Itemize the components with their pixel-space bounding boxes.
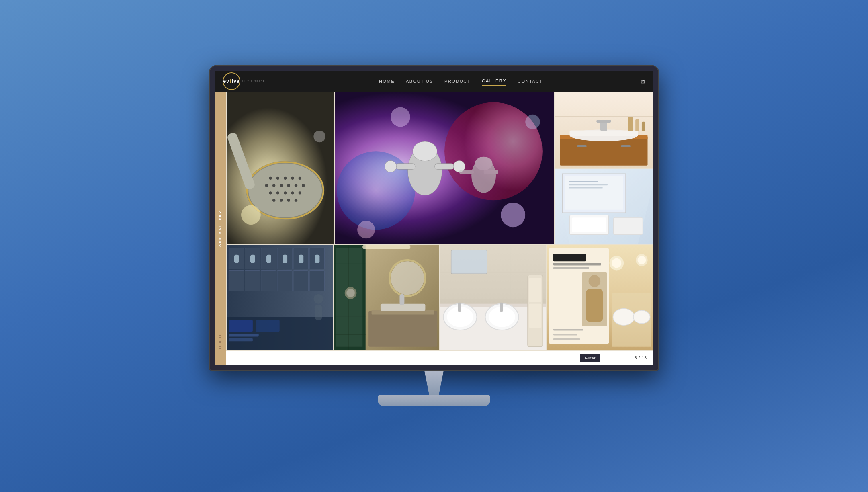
svg-rect-114 xyxy=(511,245,546,272)
svg-point-145 xyxy=(637,256,646,264)
svg-rect-78 xyxy=(293,270,308,291)
svg-point-91 xyxy=(313,294,323,304)
svg-rect-81 xyxy=(250,255,255,263)
main-content: OUR GALLERY xyxy=(215,92,653,365)
nav-product[interactable]: PRODUCT xyxy=(444,77,471,85)
svg-point-2 xyxy=(248,164,322,217)
svg-rect-63 xyxy=(569,187,603,188)
svg-rect-138 xyxy=(553,329,583,330)
svg-rect-47 xyxy=(577,145,587,147)
nav-dots xyxy=(219,330,221,349)
showroom-svg xyxy=(555,169,653,244)
svg-point-25 xyxy=(241,205,261,225)
svg-point-8 xyxy=(299,177,301,180)
bathroom-svg xyxy=(334,245,440,350)
svg-point-18 xyxy=(291,191,294,194)
gallery-item-faucetwall[interactable] xyxy=(227,245,333,350)
shower-svg xyxy=(227,92,334,244)
search-icon[interactable]: ⊠ xyxy=(641,78,645,84)
vanity-svg xyxy=(555,92,653,168)
monitor: ev lve ELIXIR SPACE HOME ABOUT US PRODUC… xyxy=(209,65,659,427)
svg-point-9 xyxy=(265,184,268,187)
gallery-grid xyxy=(226,92,653,351)
svg-rect-90 xyxy=(229,338,252,341)
svg-rect-133 xyxy=(553,263,601,265)
svg-rect-132 xyxy=(553,254,586,261)
inspira-svg xyxy=(547,245,653,350)
svg-point-103 xyxy=(391,261,424,295)
filter-button[interactable]: Filter xyxy=(580,354,600,362)
svg-rect-62 xyxy=(569,184,608,185)
svg-rect-56 xyxy=(555,116,653,117)
svg-point-4 xyxy=(269,177,272,180)
svg-rect-52 xyxy=(596,120,611,123)
faucet-svg xyxy=(335,92,554,244)
logo-subtitle: ELIXIR SPACE xyxy=(242,80,265,82)
svg-rect-116 xyxy=(475,272,511,299)
gallery-item-sinks[interactable] xyxy=(440,245,546,350)
svg-rect-137 xyxy=(586,289,603,322)
svg-rect-140 xyxy=(553,338,580,340)
svg-rect-128 xyxy=(529,278,541,302)
svg-point-10 xyxy=(272,184,275,187)
svg-rect-104 xyxy=(368,311,437,346)
gallery-item-faucet[interactable] xyxy=(335,92,554,244)
svg-point-42 xyxy=(525,115,540,129)
svg-point-43 xyxy=(391,107,410,127)
nav-dot-2[interactable] xyxy=(219,335,221,338)
svg-rect-139 xyxy=(553,334,577,335)
svg-rect-60 xyxy=(565,176,623,210)
svg-point-143 xyxy=(612,258,621,268)
svg-rect-76 xyxy=(261,270,276,291)
svg-point-109 xyxy=(346,289,355,297)
svg-point-17 xyxy=(284,191,287,194)
svg-rect-134 xyxy=(553,267,589,269)
monitor-body: ev lve ELIXIR SPACE HOME ABOUT US PRODUC… xyxy=(209,65,659,371)
logo-circle: ev lve xyxy=(223,72,240,90)
nav-dot-3[interactable] xyxy=(219,341,221,343)
svg-point-15 xyxy=(269,191,272,194)
svg-rect-79 xyxy=(309,270,324,291)
svg-point-31 xyxy=(413,141,437,161)
svg-rect-92 xyxy=(315,305,322,320)
svg-rect-61 xyxy=(569,181,598,182)
svg-rect-54 xyxy=(635,119,639,131)
gallery-item-shower[interactable] xyxy=(227,92,334,244)
svg-rect-66 xyxy=(614,217,643,234)
svg-point-21 xyxy=(280,199,283,201)
svg-point-40 xyxy=(501,203,525,227)
gallery-item-showroom[interactable] xyxy=(555,169,653,244)
svg-rect-74 xyxy=(229,270,244,291)
svg-rect-38 xyxy=(459,170,474,174)
nav-dot-1[interactable] xyxy=(219,330,221,332)
svg-rect-32 xyxy=(395,164,415,170)
faucetwall-svg xyxy=(227,245,333,350)
gallery-item-vanity[interactable] xyxy=(555,92,653,168)
svg-point-11 xyxy=(280,184,283,187)
gallery-item-inspira[interactable] xyxy=(547,245,653,350)
svg-rect-107 xyxy=(399,294,404,305)
gallery-section: Filter 18 / 18 xyxy=(226,92,653,365)
svg-rect-87 xyxy=(229,320,252,332)
gallery-row-2 xyxy=(227,245,653,350)
nav-about[interactable]: ABOUT US xyxy=(406,77,433,85)
svg-point-136 xyxy=(588,275,600,287)
nav-contact[interactable]: CONTACT xyxy=(518,77,543,85)
svg-rect-83 xyxy=(283,255,287,263)
svg-rect-125 xyxy=(458,303,461,312)
svg-rect-129 xyxy=(529,304,541,328)
svg-rect-88 xyxy=(256,320,279,332)
nav-dot-4[interactable] xyxy=(219,346,221,349)
nav-gallery[interactable]: GALLERY xyxy=(482,77,506,86)
gallery-item-bathroom[interactable] xyxy=(334,245,440,350)
svg-point-22 xyxy=(287,199,290,201)
svg-point-12 xyxy=(287,184,290,187)
svg-point-26 xyxy=(313,131,325,142)
page-divider xyxy=(604,358,624,358)
svg-rect-77 xyxy=(277,270,292,291)
monitor-stand-neck xyxy=(418,371,450,395)
svg-rect-53 xyxy=(628,117,633,131)
svg-rect-126 xyxy=(500,303,503,312)
screen: ev lve ELIXIR SPACE HOME ABOUT US PRODUC… xyxy=(215,71,653,365)
nav-home[interactable]: HOME xyxy=(379,77,395,85)
